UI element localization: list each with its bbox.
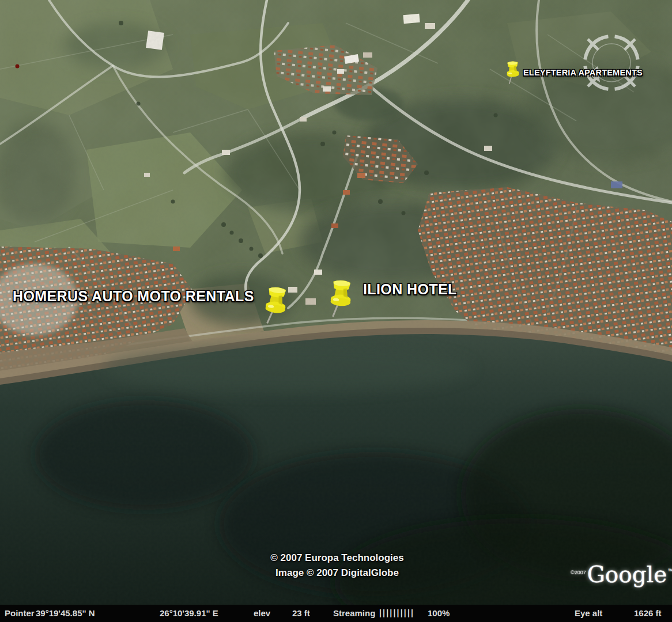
eye-altitude-label: Eye alt bbox=[575, 608, 602, 618]
pointer-label: Pointer bbox=[5, 608, 35, 618]
placemark-label[interactable]: ILION HOTEL bbox=[363, 281, 457, 298]
streaming-percent: 100% bbox=[428, 608, 450, 618]
elevation-value: 23 ft bbox=[292, 608, 310, 618]
watermark-copyright: ©2007 bbox=[571, 570, 586, 575]
google-watermark: ©2007 Google ™ bbox=[571, 563, 672, 586]
pointer-latitude: 39°19'45.85" N bbox=[36, 608, 95, 618]
placemark-ilion[interactable]: ILION HOTEL bbox=[327, 280, 457, 321]
google-logo: Google bbox=[587, 563, 667, 586]
placemark-label[interactable]: ELEYFTERIA APARTEMENTS bbox=[523, 68, 643, 77]
pushpin-icon[interactable] bbox=[326, 279, 356, 322]
placemark-homerus[interactable]: HOMERUS AUTO MOTO RENTALS bbox=[13, 287, 289, 328]
elevation-label: elev bbox=[254, 608, 270, 618]
placemark-eleyfteria[interactable]: ELEYFTERIA APARTEMENTS bbox=[505, 61, 643, 86]
pushpin-icon[interactable] bbox=[260, 286, 290, 329]
pointer-longitude: 26°10'39.91" E bbox=[160, 608, 218, 618]
streaming-label: Streaming bbox=[333, 608, 375, 618]
trademark-symbol: ™ bbox=[667, 567, 672, 574]
map-viewport[interactable]: ELEYFTERIA APARTEMENTS HOMERUS AUTO MOTO… bbox=[0, 0, 672, 605]
imagery-attribution: © 2007 Europa Technologies Image © 2007 … bbox=[173, 551, 501, 581]
attribution-line1: © 2007 Europa Technologies bbox=[173, 551, 501, 566]
google-earth-window: ELEYFTERIA APARTEMENTS HOMERUS AUTO MOTO… bbox=[0, 0, 672, 622]
streaming-progress-bars: |||||||||| bbox=[379, 608, 414, 617]
pushpin-icon[interactable] bbox=[504, 61, 522, 87]
attribution-line2: Image © 2007 DigitalGlobe bbox=[173, 566, 501, 581]
placemark-label[interactable]: HOMERUS AUTO MOTO RENTALS bbox=[13, 288, 254, 305]
status-bar: Pointer 39°19'45.85" N 26°10'39.91" E el… bbox=[0, 605, 672, 622]
eye-altitude-value: 1626 ft bbox=[634, 608, 662, 618]
